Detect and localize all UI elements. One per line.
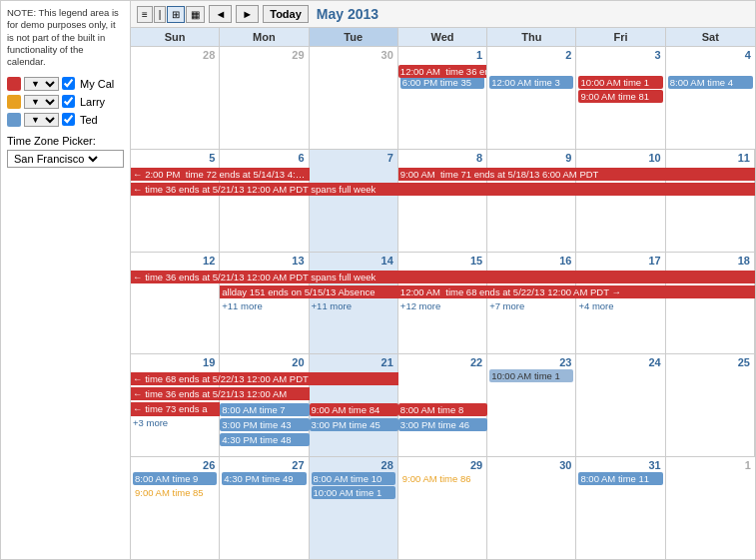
week-row-5: 26 8:00 AM time 9 9:00 AM time 85 27 4:3… [131, 457, 755, 559]
event-may28-1[interactable]: 8:00 AM time 10 [312, 472, 395, 485]
event-w3-span2[interactable]: allday 151 ends on 5/15/13 Absence [220, 285, 398, 298]
ted-dropdown[interactable]: ▼ [24, 113, 59, 127]
dow-row: Sun Mon Tue Wed Thu Fri Sat [131, 28, 755, 47]
more-w3-col1[interactable]: +11 more [220, 300, 309, 314]
weeks-container: 28 29 30 1 12:00 AM time 36 ends at 5/21… [131, 47, 755, 559]
day-may23: 23 10:00 AM time 1 [487, 354, 576, 456]
day-apr29: 29 [220, 47, 309, 149]
timezone-section: Time Zone Picker: San Francisco New York… [7, 135, 124, 168]
event-may23-1[interactable]: 10:00 AM time 1 [489, 369, 573, 382]
tz-picker[interactable]: San Francisco New York London [7, 150, 124, 168]
ted-color [7, 113, 21, 127]
day-may27: 27 4:30 PM time 49 [220, 457, 309, 559]
day-may8: 8 [398, 150, 487, 252]
day-jun1: 1 [666, 457, 755, 559]
dow-wed: Wed [398, 28, 487, 46]
event-may22-2[interactable]: 3:00 PM time 45 [310, 418, 398, 431]
event-may23-3[interactable]: 3:00 PM time 46 [398, 418, 487, 431]
dow-thu: Thu [487, 28, 576, 46]
day-apr28: 28 [131, 47, 220, 149]
event-may3-1[interactable]: 10:00 AM time 1 [578, 76, 662, 89]
event-may29-1[interactable]: 9:00 AM time 86 [400, 472, 484, 485]
mycal-label: My Cal [62, 77, 114, 90]
event-may2-1[interactable]: 12:00 AM time 3 [489, 76, 573, 89]
day-apr30: 30 [310, 47, 398, 149]
legend-ted: ▼ Ted [7, 113, 124, 127]
dow-sat: Sat [666, 28, 755, 46]
legend-note: NOTE: This legend area is for demo purpo… [7, 7, 124, 69]
event-may20-3[interactable]: 4:30 PM time 48 [220, 433, 309, 446]
event-may26-1[interactable]: 8:00 AM time 9 [133, 472, 217, 485]
larry-dropdown[interactable]: ▼ [24, 95, 59, 109]
day-may24: 24 [576, 354, 665, 456]
event-may22-1[interactable]: 9:00 AM time 84 [310, 403, 398, 416]
day-may10: 10 [576, 150, 665, 252]
day-may1: 1 12:00 AM time 36 ends at 5/21/13 12:00… [398, 47, 487, 149]
larry-label: Larry [62, 95, 105, 108]
event-span-w1[interactable]: 12:00 AM time 36 ends at 5/21/13 12:00 A… [398, 65, 487, 78]
mycal-checkbox[interactable] [62, 77, 75, 90]
larry-checkbox[interactable] [62, 95, 75, 108]
event-w4-span3[interactable]: ← time 73 ends a [131, 402, 220, 416]
more-w3-col2[interactable]: +11 more [310, 300, 398, 314]
event-w2-span2[interactable]: 9:00 AM time 71 ends at 5/18/13 6:00 AM … [398, 168, 755, 181]
sidebar: NOTE: This legend area is for demo purpo… [1, 1, 131, 559]
day-may7: 7 [310, 150, 398, 252]
day-may30: 30 [487, 457, 576, 559]
view-month-button[interactable]: ▦ [186, 6, 205, 23]
more-w4-col0[interactable]: +3 more [131, 417, 220, 432]
event-may23-2[interactable]: 8:00 AM time 8 [398, 403, 487, 416]
calendar-grid: Sun Mon Tue Wed Thu Fri Sat 28 29 [131, 28, 755, 559]
dow-sun: Sun [131, 28, 220, 46]
day-may3: 3 10:00 AM time 1 9:00 AM time 81 [576, 47, 665, 149]
event-w2-span3[interactable]: ← time 36 ends at 5/21/13 12:00 AM PDT s… [131, 183, 755, 196]
event-may20-2[interactable]: 3:00 PM time 43 [220, 418, 309, 431]
event-may3-2[interactable]: 9:00 AM time 81 [578, 90, 662, 103]
dow-mon: Mon [220, 28, 309, 46]
event-may28-2[interactable]: 10:00 AM time 1 [312, 486, 395, 499]
view-week-button[interactable]: ⊞ [167, 6, 185, 23]
week-row-3: 12 13 14 15 16 17 [131, 253, 755, 355]
day-may12: 12 [131, 253, 220, 354]
event-may4-1[interactable]: 8:00 AM time 4 [668, 76, 753, 89]
event-may31-1[interactable]: 8:00 AM time 11 [578, 472, 662, 485]
event-w3-span3[interactable]: 12:00 AM time 68 ends at 5/22/13 12:00 A… [398, 285, 755, 298]
day-may28: 28 8:00 AM time 10 10:00 AM time 1 [310, 457, 398, 559]
more-w3-col4[interactable]: +7 more [487, 300, 576, 314]
view-list-button[interactable]: ≡ [137, 6, 153, 23]
tz-select[interactable]: San Francisco New York London [10, 152, 101, 166]
legend-larry: ▼ Larry [7, 95, 124, 109]
event-w4-span1[interactable]: ← time 68 ends at 5/22/13 12:00 AM PDT [131, 372, 398, 385]
event-w2-span1[interactable]: ← 2:00 PM time 72 ends at 5/14/13 4:00 P… [131, 168, 310, 181]
day-may25: 25 [666, 354, 755, 456]
prev-button[interactable]: ◄ [209, 5, 232, 23]
larry-color [7, 95, 21, 109]
more-w3-col3[interactable]: +12 more [398, 300, 487, 314]
day-may11: 11 [666, 150, 755, 252]
week-row-4: 19 20 21 22 23 10:00 AM time 1 [131, 354, 755, 457]
week-row-1: 28 29 30 1 12:00 AM time 36 ends at 5/21… [131, 47, 755, 150]
mycal-dropdown[interactable]: ▼ [24, 77, 59, 91]
more-w3-col5[interactable]: +4 more [576, 300, 665, 314]
today-button[interactable]: Today [263, 5, 309, 23]
event-w3-span1[interactable]: ← time 36 ends at 5/21/13 12:00 AM PDT s… [131, 271, 755, 283]
next-button[interactable]: ► [236, 5, 259, 23]
week-row-2: 5 6 7 8 9 10 [131, 150, 755, 253]
event-w4-span2[interactable]: ← time 36 ends at 5/21/13 12:00 AM [131, 387, 310, 400]
view-day-button[interactable]: | [154, 6, 167, 23]
view-buttons: ≡ | ⊞ ▦ [137, 6, 205, 23]
event-may27-1[interactable]: 4:30 PM time 49 [222, 472, 306, 485]
day-may2: 2 12:00 AM time 3 [487, 47, 576, 149]
month-title: May 2013 [317, 6, 378, 22]
event-may26-2[interactable]: 9:00 AM time 85 [133, 486, 217, 499]
day-may31: 31 8:00 AM time 11 [576, 457, 665, 559]
tz-label: Time Zone Picker: [7, 135, 124, 147]
day-may4: 4 8:00 AM time 4 [666, 47, 755, 149]
day-may6: 6 [220, 150, 309, 252]
mycal-color [7, 77, 21, 91]
ted-checkbox[interactable] [62, 113, 75, 126]
dow-tue: Tue [310, 28, 398, 46]
calendar: ≡ | ⊞ ▦ ◄ ► Today May 2013 Sun Mon Tue W… [131, 1, 755, 559]
event-may20-1[interactable]: 8:00 AM time 7 [220, 403, 309, 416]
legend-mycal: ▼ My Cal [7, 77, 124, 91]
